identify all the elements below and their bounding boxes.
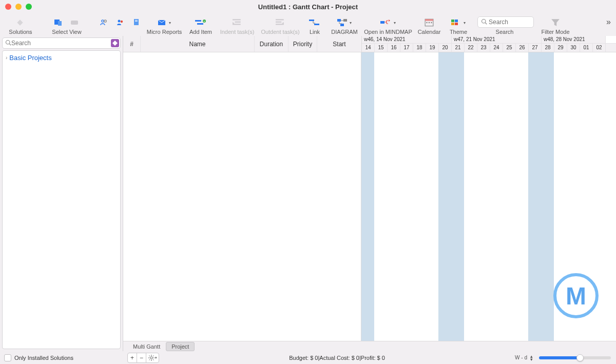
open-mindmap-button[interactable]: ▾ Open in MINDMAP (362, 17, 414, 35)
svg-text:+: + (204, 20, 205, 23)
dropdown-caret-icon: ▾ (350, 21, 352, 25)
svg-rect-35 (451, 23, 454, 25)
column-header-duration[interactable]: Duration (255, 36, 288, 52)
toolbar-search-label: Search (496, 29, 514, 35)
svg-rect-2 (58, 21, 62, 26)
zoom-slider-thumb[interactable] (576, 354, 584, 361)
dropdown-caret-icon: ▾ (169, 21, 171, 25)
svg-rect-16 (233, 19, 241, 20)
weekend-stripe (361, 52, 374, 341)
theme-button[interactable]: ▾ Theme (445, 17, 472, 35)
svg-rect-23 (314, 24, 319, 25)
search-icon (5, 40, 11, 47)
indent-tasks-button: Indent task(s) (217, 17, 258, 35)
svg-rect-3 (71, 21, 78, 25)
toolbar-overflow-button[interactable]: » (606, 17, 611, 27)
sidebar-search-badge-icon[interactable] (111, 39, 119, 47)
footer-units-stepper[interactable]: ▴▾ (530, 355, 533, 361)
settings-gear-button[interactable]: ▾ (146, 353, 159, 362)
svg-rect-27 (380, 21, 384, 24)
svg-rect-26 (340, 24, 344, 26)
day-header: 30 (567, 44, 580, 52)
add-row-button[interactable]: + (128, 353, 137, 362)
weekend-stripe (451, 52, 464, 341)
solutions-button[interactable]: Solutions (5, 17, 36, 35)
gantt-tabs: Multi GanttProject (123, 341, 616, 351)
day-header: 27 (529, 44, 542, 52)
link-button[interactable]: Link (303, 17, 326, 35)
svg-point-5 (104, 20, 106, 22)
footer: Only Installed Solutions + − ▾ Budget: $… (0, 351, 616, 364)
day-header: 20 (439, 44, 452, 52)
svg-rect-24 (337, 19, 341, 22)
gantt-body[interactable] (123, 52, 616, 341)
svg-line-40 (9, 44, 11, 45)
select-view-button[interactable]: Select View (36, 17, 98, 35)
column-header-start[interactable]: Start (317, 36, 361, 52)
toolbar: Solutions Select View ▾ Micro Reports + … (0, 13, 616, 36)
gantt-tab[interactable]: Multi Gantt (127, 342, 166, 351)
only-installed-checkbox[interactable] (4, 354, 11, 361)
toolbar-search-input[interactable] (489, 18, 530, 26)
weekend-stripe (541, 52, 554, 341)
gantt-grid-left (123, 52, 361, 341)
filter-mode-button[interactable]: Filter Mode (537, 17, 574, 35)
day-header: 26 (516, 44, 529, 52)
sidebar-tree: › Basic Projects (2, 50, 121, 349)
column-header-priority[interactable]: Priority (288, 36, 317, 52)
week-header: w46, 14 Nov 2021 (362, 36, 452, 43)
gear-icon (148, 355, 155, 361)
svg-point-4 (102, 20, 104, 22)
outdent-tasks-button: Outdent task(s) (258, 17, 303, 35)
indent-icon (233, 18, 242, 27)
day-header: 22 (465, 44, 477, 52)
svg-line-48 (149, 359, 150, 360)
column-header-name[interactable]: Name (141, 36, 255, 52)
toolbar-icons-group (98, 17, 144, 35)
svg-point-6 (118, 20, 121, 23)
gantt-tab[interactable]: Project (166, 342, 195, 351)
sidebar-tree-item[interactable]: › Basic Projects (6, 53, 117, 63)
sidebar-search-field[interactable] (2, 37, 121, 49)
zoom-slider[interactable] (539, 356, 611, 359)
svg-rect-20 (276, 22, 281, 23)
funnel-icon (551, 18, 560, 27)
toolbar-search-field[interactable] (477, 16, 534, 28)
svg-rect-17 (235, 22, 241, 23)
footer-budget-line: Budget: $ 0|Actual Cost: $ 0|Profit: $ 0 (159, 355, 515, 361)
people-filled-icon[interactable] (116, 18, 125, 27)
svg-rect-12 (195, 20, 201, 22)
calendar-button[interactable]: Calendar (414, 17, 445, 35)
svg-point-7 (121, 21, 123, 23)
remove-row-button[interactable]: − (137, 353, 146, 362)
main-area: › Basic Projects #NameDurationPrioritySt… (0, 36, 616, 351)
diagram-button[interactable]: ▾ DIAGRAM (326, 17, 362, 35)
svg-rect-25 (343, 19, 347, 22)
svg-rect-19 (276, 19, 284, 20)
svg-line-49 (153, 355, 154, 356)
people-outline-icon[interactable] (100, 18, 109, 27)
day-header: 14 (362, 44, 375, 52)
day-header: 19 (426, 44, 439, 52)
sidebar-search-input[interactable] (11, 40, 118, 47)
day-header: 17 (400, 44, 413, 52)
search-icon (481, 18, 487, 26)
diamond-icon (16, 18, 25, 27)
svg-point-41 (150, 356, 152, 359)
link-bars-icon (309, 18, 320, 27)
svg-rect-0 (17, 20, 23, 25)
add-item-button[interactable]: + Add Item (185, 17, 217, 35)
window-title: Untitled1 : Gantt Chart - Project (0, 3, 616, 11)
document-icon[interactable] (132, 18, 142, 27)
titlebar: Untitled1 : Gantt Chart - Project (0, 0, 616, 13)
weekend-stripe (528, 52, 541, 341)
sidebar: › Basic Projects (0, 36, 123, 351)
svg-rect-18 (233, 24, 241, 25)
sidebar-item-label: Basic Projects (9, 54, 51, 62)
column-header-num[interactable]: # (123, 36, 141, 52)
weekend-stripe (438, 52, 451, 341)
day-header: 29 (554, 44, 567, 52)
diagram-icon (337, 18, 348, 27)
micro-reports-button[interactable]: ▾ Micro Reports (144, 17, 185, 35)
svg-rect-9 (135, 20, 138, 21)
